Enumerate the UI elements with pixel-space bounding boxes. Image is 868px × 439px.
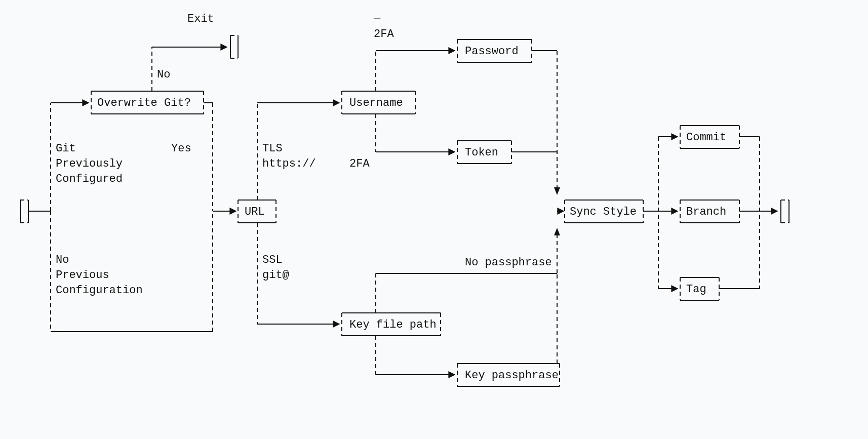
label-username: Username <box>349 97 403 109</box>
flow-diagram: Overwrite Git? URL Username Password Tok… <box>0 0 868 439</box>
label-tls-1: TLS <box>262 142 283 155</box>
label-key-file-path: Key file path <box>349 318 437 331</box>
label-2fa-not: 2FA <box>374 28 394 41</box>
label-tag: Tag <box>686 283 706 296</box>
label-key-passphrase: Key passphrase <box>465 369 559 382</box>
label-2fa-bar: — <box>373 13 381 25</box>
label-token: Token <box>465 146 498 159</box>
exit-connector-icon <box>230 35 238 58</box>
label-ssl-1: SSL <box>262 254 283 266</box>
start-connector-icon <box>20 200 28 223</box>
arrowhead-down-icon <box>554 187 560 195</box>
label-no: No <box>157 68 170 81</box>
label-password: Password <box>465 45 519 58</box>
edge-username-password <box>376 51 455 91</box>
edge-end <box>719 137 777 289</box>
edge-keyfile-passphrase <box>376 336 455 375</box>
label-git-prev-1: Git <box>56 142 76 155</box>
edge-overwrite-yes-url <box>204 103 213 211</box>
label-overwrite-git: Overwrite Git? <box>97 97 191 109</box>
label-branch: Branch <box>686 206 726 218</box>
edge-password-syncstyle <box>532 51 557 192</box>
label-no-prev-1: No <box>56 254 69 266</box>
end-connector-icon <box>781 200 789 223</box>
label-no-passphrase: No passphrase <box>465 256 552 269</box>
label-sync-style: Sync Style <box>570 206 637 218</box>
label-git-prev-3: Configured <box>56 173 123 185</box>
label-no-prev-2: Previous <box>56 269 109 282</box>
edge-username-token <box>376 114 455 152</box>
label-commit: Commit <box>686 131 726 144</box>
edge-keyfile-nopassphrase <box>376 230 557 313</box>
label-git-prev-2: Previously <box>56 157 123 170</box>
label-exit: Exit <box>187 13 214 25</box>
label-ssl-2: git@ <box>262 269 289 282</box>
arrowhead-up-icon <box>554 228 560 235</box>
label-no-prev-3: Configuration <box>56 284 143 297</box>
label-tls-2: https:// <box>262 157 316 170</box>
label-2fa-yes: 2FA <box>349 157 370 170</box>
label-yes: Yes <box>171 142 191 155</box>
edge-syncstyle-branches <box>643 137 678 289</box>
label-url: URL <box>245 206 265 218</box>
